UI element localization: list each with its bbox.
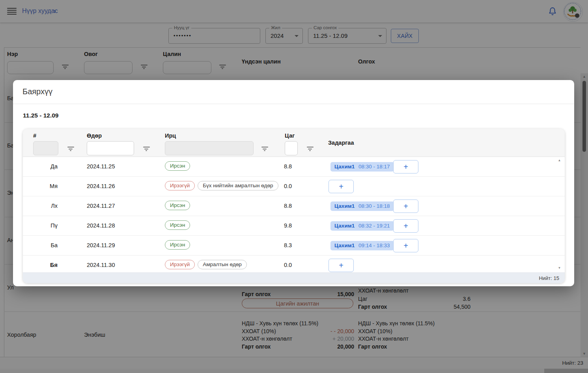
attendance-table: # Өдөр Ирц Цаг Задаргаа Да 2024.11.25 [23,129,565,283]
screen: Нүүр хуудас › Нууц үг ••••••• Жил [0,0,588,373]
shift-chip: Цахим1 08:30 - 18:18 [330,201,394,211]
filter-input-attendance [165,141,254,155]
day-abbrev: Ба [33,242,58,248]
col-header-index: # [33,132,36,139]
modal-title: Баярхүү [22,87,52,96]
date-cell: 2024.11.30 [87,262,115,268]
shift-name: Цахим1 [334,164,355,170]
shift-time: 08:32 - 19:21 [358,223,390,229]
add-entry-button[interactable]: + [393,219,418,233]
shift-chip: Цахим1 08:30 - 18:17 [330,162,394,172]
add-entry-button[interactable]: + [329,259,354,272]
status-chip: Ирээгүй [165,260,195,269]
attendance-row: Мя 2024.11.26 Ирээгүй Бүх нийтийн амралт… [23,177,565,196]
status-chip: Ирээгүй [165,181,195,190]
scroll-down-icon[interactable]: ▼ [557,266,562,270]
date-cell: 2024.11.27 [87,203,115,209]
day-abbrev: Бя [33,262,58,268]
filter-input-hours[interactable] [285,141,298,155]
attendance-total: Нийт: 15 [539,275,559,281]
add-entry-button[interactable]: + [329,180,354,193]
day-abbrev: Мя [33,183,58,189]
shift-chip: Цахим1 08:32 - 19:21 [330,221,394,231]
attendance-row: Пү 2024.11.28 Ирсэн 9.8 Цахим1 08:32 - 1… [23,216,565,236]
attendance-row: Бя 2024.11.30 Ирээгүй Амралтын өдөр 0.0 … [23,256,565,272]
shift-chip: Цахим1 09:14 - 18:33 [330,241,394,250]
add-entry-button[interactable]: + [393,160,418,173]
attendance-rows: Да 2024.11.25 Ирсэн 8.8 Цахим1 08:30 - 1… [23,157,565,272]
period-label: 11.25 - 12.09 [23,112,59,119]
shift-time: 08:30 - 18:18 [358,203,390,209]
filter-icon[interactable] [67,147,74,152]
filter-icon[interactable] [306,147,314,152]
date-cell: 2024.11.25 [87,163,115,170]
note-chip: Амралтын өдөр [198,260,247,269]
date-cell: 2024.11.28 [87,222,115,229]
hours-cell: 0.0 [284,183,292,189]
scroll-up-icon[interactable]: ▲ [557,159,562,162]
date-cell: 2024.11.26 [87,183,115,189]
shift-time: 09:14 - 18:33 [358,242,390,248]
hours-cell: 9.8 [284,222,292,229]
shift-name: Цахим1 [334,203,355,209]
status-chip: Ирсэн [165,161,190,171]
divider [13,104,574,104]
note-chip: Бүх нийтийн амралтын өдөр [198,181,278,190]
filter-icon[interactable] [261,147,268,152]
attendance-row: Лх 2024.11.27 Ирсэн 8.8 Цахим1 08:30 - 1… [23,196,565,216]
attendance-row: Ба 2024.11.29 Ирсэн 8.3 Цахим1 09:14 - 1… [23,236,565,256]
col-header-attendance: Ирц [165,132,176,139]
attendance-modal: Баярхүү 11.25 - 12.09 # Өдөр Ирц Цаг Зад… [13,80,574,286]
attendance-table-footer: Нийт: 15 [23,272,565,283]
filter-input-day[interactable] [87,141,134,155]
col-header-breakdown: Задаргаа [328,140,354,146]
hours-cell: 8.3 [284,242,292,248]
col-header-hours: Цаг [285,132,295,139]
attendance-table-header: # Өдөр Ирц Цаг Задаргаа [23,129,565,157]
hours-cell: 8.8 [284,203,292,209]
hours-cell: 0.0 [284,262,292,268]
shift-name: Цахим1 [334,242,355,248]
status-chip: Ирсэн [165,240,190,250]
col-header-day: Өдөр [87,132,102,139]
hours-cell: 8.8 [284,163,292,170]
filter-input-index [33,141,58,155]
status-chip: Ирсэн [165,201,190,210]
shift-time: 08:30 - 18:17 [358,164,390,170]
day-abbrev: Лх [33,203,58,209]
shift-name: Цахим1 [334,223,355,229]
day-abbrev: Пү [33,222,58,229]
add-entry-button[interactable]: + [393,200,418,213]
day-abbrev: Да [33,163,58,170]
status-chip: Ирсэн [165,220,190,230]
table-vertical-scrollbar[interactable]: ▲ ▼ [557,159,562,270]
date-cell: 2024.11.29 [87,242,115,248]
attendance-row: Да 2024.11.25 Ирсэн 8.8 Цахим1 08:30 - 1… [23,157,565,177]
filter-icon[interactable] [143,147,150,152]
add-entry-button[interactable]: + [393,239,418,252]
